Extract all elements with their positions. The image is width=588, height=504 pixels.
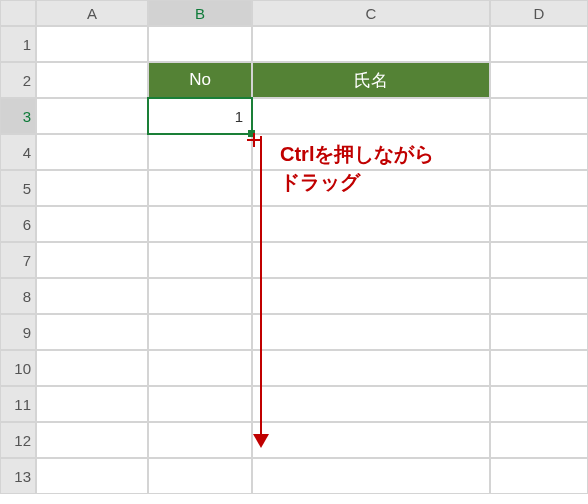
select-all-corner[interactable]	[0, 0, 36, 26]
cell-D1[interactable]	[490, 26, 588, 62]
cell-D9[interactable]	[490, 314, 588, 350]
row-header-5[interactable]: 5	[0, 170, 36, 206]
cell-D6[interactable]	[490, 206, 588, 242]
fill-plus-icon	[247, 133, 261, 147]
cell-A7[interactable]	[36, 242, 148, 278]
cell-D5[interactable]	[490, 170, 588, 206]
cell-D13[interactable]	[490, 458, 588, 494]
cell-B7[interactable]	[148, 242, 252, 278]
cell-C2[interactable]: 氏名	[252, 62, 490, 98]
cell-D2[interactable]	[490, 62, 588, 98]
cell-C1[interactable]	[252, 26, 490, 62]
col-header-A[interactable]: A	[36, 0, 148, 26]
cell-D12[interactable]	[490, 422, 588, 458]
cell-B6[interactable]	[148, 206, 252, 242]
cell-D8[interactable]	[490, 278, 588, 314]
cell-C11[interactable]	[252, 386, 490, 422]
cell-A5[interactable]	[36, 170, 148, 206]
cell-C13[interactable]	[252, 458, 490, 494]
cell-B3-value: 1	[235, 108, 243, 125]
cell-C7[interactable]	[252, 242, 490, 278]
cell-A12[interactable]	[36, 422, 148, 458]
row-header-9[interactable]: 9	[0, 314, 36, 350]
cell-D10[interactable]	[490, 350, 588, 386]
cell-A9[interactable]	[36, 314, 148, 350]
row-header-3[interactable]: 3	[0, 98, 36, 134]
cell-A4[interactable]	[36, 134, 148, 170]
cell-A13[interactable]	[36, 458, 148, 494]
drag-arrow-head-icon	[253, 434, 269, 448]
cell-D3[interactable]	[490, 98, 588, 134]
callout-line1: Ctrlを押しながら	[280, 143, 434, 165]
cell-A10[interactable]	[36, 350, 148, 386]
cell-B4[interactable]	[148, 134, 252, 170]
cell-A2[interactable]	[36, 62, 148, 98]
callout-line2: ドラッグ	[280, 171, 360, 193]
col-header-D[interactable]: D	[490, 0, 588, 26]
cell-B2[interactable]: No	[148, 62, 252, 98]
cell-B9[interactable]	[148, 314, 252, 350]
cell-C6[interactable]	[252, 206, 490, 242]
cell-B5[interactable]	[148, 170, 252, 206]
cell-B8[interactable]	[148, 278, 252, 314]
cell-B3-selected[interactable]: 1	[148, 98, 252, 134]
cell-C3[interactable]	[252, 98, 490, 134]
cell-D7[interactable]	[490, 242, 588, 278]
cell-B1[interactable]	[148, 26, 252, 62]
row-header-8[interactable]: 8	[0, 278, 36, 314]
row-header-11[interactable]: 11	[0, 386, 36, 422]
cell-C9[interactable]	[252, 314, 490, 350]
drag-arrow-line	[260, 136, 262, 436]
cell-B10[interactable]	[148, 350, 252, 386]
cell-A8[interactable]	[36, 278, 148, 314]
cell-B11[interactable]	[148, 386, 252, 422]
cell-D11[interactable]	[490, 386, 588, 422]
row-header-13[interactable]: 13	[0, 458, 36, 494]
cell-C8[interactable]	[252, 278, 490, 314]
instruction-callout: Ctrlを押しながら ドラッグ	[280, 140, 434, 196]
row-header-10[interactable]: 10	[0, 350, 36, 386]
cell-C10[interactable]	[252, 350, 490, 386]
row-header-7[interactable]: 7	[0, 242, 36, 278]
cell-B12[interactable]	[148, 422, 252, 458]
cell-A3[interactable]	[36, 98, 148, 134]
cell-A11[interactable]	[36, 386, 148, 422]
col-header-C[interactable]: C	[252, 0, 490, 26]
row-header-6[interactable]: 6	[0, 206, 36, 242]
row-header-12[interactable]: 12	[0, 422, 36, 458]
cell-B13[interactable]	[148, 458, 252, 494]
col-header-B[interactable]: B	[148, 0, 252, 26]
row-header-1[interactable]: 1	[0, 26, 36, 62]
row-header-4[interactable]: 4	[0, 134, 36, 170]
cell-D4[interactable]	[490, 134, 588, 170]
cell-A1[interactable]	[36, 26, 148, 62]
row-header-2[interactable]: 2	[0, 62, 36, 98]
cell-C12[interactable]	[252, 422, 490, 458]
cell-A6[interactable]	[36, 206, 148, 242]
